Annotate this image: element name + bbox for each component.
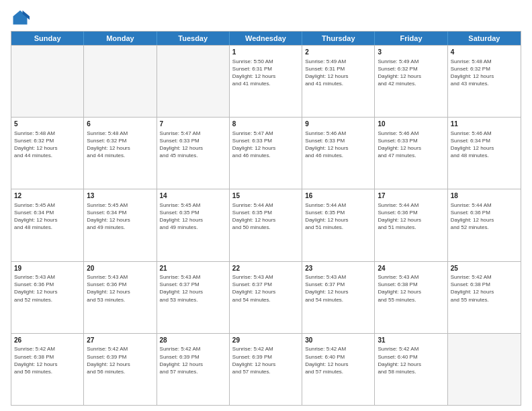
calendar-row-4: 19Sunrise: 5:43 AM Sunset: 6:36 PM Dayli… [11, 261, 521, 333]
cell-info-13: Sunrise: 5:45 AM Sunset: 6:34 PM Dayligh… [87, 201, 153, 232]
calendar-cell-14: 14Sunrise: 5:45 AM Sunset: 6:35 PM Dayli… [157, 189, 230, 261]
cell-info-18: Sunrise: 5:44 AM Sunset: 6:36 PM Dayligh… [451, 201, 518, 232]
cell-info-5: Sunrise: 5:48 AM Sunset: 6:32 PM Dayligh… [14, 130, 81, 160]
day-number-26: 26 [14, 336, 81, 345]
day-number-5: 5 [14, 120, 81, 129]
cell-info-21: Sunrise: 5:43 AM Sunset: 6:37 PM Dayligh… [160, 273, 226, 304]
day-number-28: 28 [160, 336, 226, 345]
calendar-row-1: 1Sunrise: 5:50 AM Sunset: 6:31 PM Daylig… [11, 45, 521, 117]
calendar-cell-30: 30Sunrise: 5:42 AM Sunset: 6:40 PM Dayli… [302, 334, 375, 405]
day-number-2: 2 [305, 48, 371, 57]
calendar-row-3: 12Sunrise: 5:45 AM Sunset: 6:34 PM Dayli… [11, 189, 521, 261]
day-number-4: 4 [451, 48, 518, 57]
calendar-header: SundayMondayTuesdayWednesdayThursdayFrid… [11, 32, 521, 45]
day-number-3: 3 [378, 48, 444, 57]
day-number-23: 23 [305, 264, 371, 273]
calendar-cell-23: 23Sunrise: 5:43 AM Sunset: 6:37 PM Dayli… [302, 262, 375, 333]
day-number-9: 9 [305, 120, 371, 129]
cell-info-17: Sunrise: 5:44 AM Sunset: 6:36 PM Dayligh… [378, 201, 444, 232]
cell-info-8: Sunrise: 5:47 AM Sunset: 6:33 PM Dayligh… [232, 130, 299, 160]
day-number-1: 1 [232, 48, 299, 57]
calendar-cell-22: 22Sunrise: 5:43 AM Sunset: 6:37 PM Dayli… [230, 262, 302, 333]
day-number-29: 29 [232, 336, 299, 345]
header-day-thursday: Thursday [302, 32, 375, 45]
calendar-cell-empty [84, 46, 157, 117]
cell-info-12: Sunrise: 5:45 AM Sunset: 6:34 PM Dayligh… [14, 201, 81, 232]
calendar-cell-24: 24Sunrise: 5:43 AM Sunset: 6:38 PM Dayli… [375, 262, 447, 333]
cell-info-27: Sunrise: 5:42 AM Sunset: 6:39 PM Dayligh… [87, 345, 153, 375]
calendar-cell-empty [448, 334, 521, 405]
day-number-27: 27 [87, 336, 153, 345]
calendar-cell-empty [157, 46, 230, 117]
cell-info-6: Sunrise: 5:48 AM Sunset: 6:32 PM Dayligh… [87, 130, 153, 160]
calendar-cell-20: 20Sunrise: 5:43 AM Sunset: 6:36 PM Dayli… [84, 262, 157, 333]
calendar-cell-16: 16Sunrise: 5:44 AM Sunset: 6:35 PM Dayli… [302, 189, 375, 261]
cell-info-9: Sunrise: 5:46 AM Sunset: 6:33 PM Dayligh… [305, 130, 371, 160]
page: SundayMondayTuesdayWednesdayThursdayFrid… [0, 0, 532, 411]
calendar-cell-27: 27Sunrise: 5:42 AM Sunset: 6:39 PM Dayli… [84, 334, 157, 405]
day-number-7: 7 [160, 120, 226, 129]
calendar-cell-29: 29Sunrise: 5:42 AM Sunset: 6:39 PM Dayli… [230, 334, 302, 405]
cell-info-28: Sunrise: 5:42 AM Sunset: 6:39 PM Dayligh… [160, 345, 226, 375]
day-number-31: 31 [378, 336, 444, 345]
calendar-row-5: 26Sunrise: 5:42 AM Sunset: 6:38 PM Dayli… [11, 333, 521, 405]
calendar-cell-13: 13Sunrise: 5:45 AM Sunset: 6:34 PM Dayli… [84, 189, 157, 261]
header-day-saturday: Saturday [448, 32, 521, 45]
cell-info-29: Sunrise: 5:42 AM Sunset: 6:39 PM Dayligh… [232, 345, 299, 375]
day-number-14: 14 [160, 191, 226, 201]
cell-info-10: Sunrise: 5:46 AM Sunset: 6:33 PM Dayligh… [378, 130, 444, 160]
day-number-24: 24 [378, 264, 444, 273]
calendar-cell-11: 11Sunrise: 5:46 AM Sunset: 6:34 PM Dayli… [448, 118, 521, 189]
day-number-8: 8 [232, 120, 299, 129]
calendar-cell-8: 8Sunrise: 5:47 AM Sunset: 6:33 PM Daylig… [230, 118, 302, 189]
day-number-16: 16 [305, 191, 371, 201]
day-number-25: 25 [451, 264, 518, 273]
calendar-row-2: 5Sunrise: 5:48 AM Sunset: 6:32 PM Daylig… [11, 117, 521, 189]
cell-info-7: Sunrise: 5:47 AM Sunset: 6:33 PM Dayligh… [160, 130, 226, 160]
calendar-cell-1: 1Sunrise: 5:50 AM Sunset: 6:31 PM Daylig… [230, 46, 302, 117]
day-number-15: 15 [232, 191, 299, 201]
svg-marker-0 [13, 11, 28, 25]
calendar-cell-25: 25Sunrise: 5:42 AM Sunset: 6:38 PM Dayli… [448, 262, 521, 333]
calendar-cell-15: 15Sunrise: 5:44 AM Sunset: 6:35 PM Dayli… [230, 189, 302, 261]
calendar: SundayMondayTuesdayWednesdayThursdayFrid… [11, 31, 521, 406]
day-number-19: 19 [14, 264, 81, 273]
day-number-20: 20 [87, 264, 153, 273]
calendar-cell-9: 9Sunrise: 5:46 AM Sunset: 6:33 PM Daylig… [302, 118, 375, 189]
cell-info-1: Sunrise: 5:50 AM Sunset: 6:31 PM Dayligh… [232, 58, 299, 88]
cell-info-2: Sunrise: 5:49 AM Sunset: 6:31 PM Dayligh… [305, 58, 371, 88]
day-number-17: 17 [378, 191, 444, 201]
cell-info-16: Sunrise: 5:44 AM Sunset: 6:35 PM Dayligh… [305, 201, 371, 232]
calendar-cell-3: 3Sunrise: 5:49 AM Sunset: 6:32 PM Daylig… [375, 46, 447, 117]
day-number-13: 13 [87, 191, 153, 201]
header-day-wednesday: Wednesday [230, 32, 302, 45]
cell-info-19: Sunrise: 5:43 AM Sunset: 6:36 PM Dayligh… [14, 273, 81, 304]
calendar-cell-2: 2Sunrise: 5:49 AM Sunset: 6:31 PM Daylig… [302, 46, 375, 117]
cell-info-23: Sunrise: 5:43 AM Sunset: 6:37 PM Dayligh… [305, 273, 371, 304]
header-day-sunday: Sunday [11, 32, 84, 45]
cell-info-22: Sunrise: 5:43 AM Sunset: 6:37 PM Dayligh… [232, 273, 299, 304]
calendar-cell-12: 12Sunrise: 5:45 AM Sunset: 6:34 PM Dayli… [11, 189, 84, 261]
cell-info-11: Sunrise: 5:46 AM Sunset: 6:34 PM Dayligh… [451, 130, 518, 160]
calendar-cell-empty [11, 46, 84, 117]
logo [11, 8, 32, 27]
day-number-6: 6 [87, 120, 153, 129]
day-number-18: 18 [451, 191, 518, 201]
calendar-cell-7: 7Sunrise: 5:47 AM Sunset: 6:33 PM Daylig… [157, 118, 230, 189]
header-day-monday: Monday [84, 32, 157, 45]
calendar-cell-18: 18Sunrise: 5:44 AM Sunset: 6:36 PM Dayli… [448, 189, 521, 261]
calendar-cell-19: 19Sunrise: 5:43 AM Sunset: 6:36 PM Dayli… [11, 262, 84, 333]
cell-info-20: Sunrise: 5:43 AM Sunset: 6:36 PM Dayligh… [87, 273, 153, 304]
day-number-12: 12 [14, 191, 81, 201]
calendar-cell-26: 26Sunrise: 5:42 AM Sunset: 6:38 PM Dayli… [11, 334, 84, 405]
calendar-cell-10: 10Sunrise: 5:46 AM Sunset: 6:33 PM Dayli… [375, 118, 447, 189]
calendar-cell-31: 31Sunrise: 5:42 AM Sunset: 6:40 PM Dayli… [375, 334, 447, 405]
cell-info-31: Sunrise: 5:42 AM Sunset: 6:40 PM Dayligh… [378, 345, 444, 375]
calendar-body: 1Sunrise: 5:50 AM Sunset: 6:31 PM Daylig… [11, 45, 521, 405]
logo-icon [11, 8, 30, 27]
day-number-21: 21 [160, 264, 226, 273]
day-number-11: 11 [451, 120, 518, 129]
cell-info-30: Sunrise: 5:42 AM Sunset: 6:40 PM Dayligh… [305, 345, 371, 375]
day-number-10: 10 [378, 120, 444, 129]
cell-info-4: Sunrise: 5:48 AM Sunset: 6:32 PM Dayligh… [451, 58, 518, 88]
